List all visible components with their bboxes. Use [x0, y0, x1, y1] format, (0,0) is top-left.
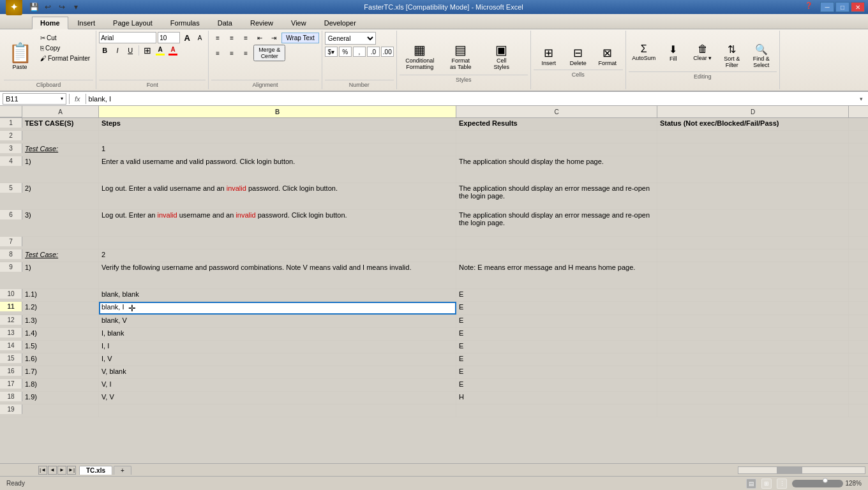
- cell-d10[interactable]: [657, 289, 849, 301]
- cell-c12[interactable]: E: [456, 315, 657, 327]
- row-num-18[interactable]: 18: [0, 392, 22, 401]
- align-top-center-btn[interactable]: ≡: [225, 32, 238, 43]
- merge-center-inner[interactable]: Merge & Center: [253, 45, 285, 61]
- cell-c6[interactable]: The application should display an error …: [456, 210, 657, 236]
- border-btn[interactable]: ⊞: [142, 45, 153, 56]
- font-shrink-btn[interactable]: A: [194, 32, 206, 43]
- cell-a11[interactable]: 1.2): [22, 302, 99, 315]
- align-top-right-btn[interactable]: ≡: [239, 32, 252, 43]
- number-format-select[interactable]: General Number Currency: [325, 32, 376, 45]
- cell-b13[interactable]: I, blank: [99, 328, 456, 340]
- row-num-11[interactable]: 11: [0, 302, 22, 311]
- cell-a1[interactable]: TEST CASE(S): [22, 118, 99, 130]
- clear-btn[interactable]: 🗑 Clear ▾: [689, 41, 717, 63]
- grid-body[interactable]: 1 TEST CASE(S) Steps Expected Results St…: [0, 118, 868, 463]
- increase-indent-btn[interactable]: ⇥: [267, 32, 280, 43]
- cell-b18[interactable]: V, V: [99, 392, 456, 404]
- sort-filter-btn[interactable]: ⇅ Sort &Filter: [718, 41, 746, 70]
- cell-c7[interactable]: [456, 237, 657, 249]
- cell-a3[interactable]: Test Case:: [22, 144, 99, 156]
- cell-a15[interactable]: 1.6): [22, 353, 99, 366]
- cell-b10[interactable]: blank, blank: [99, 289, 456, 301]
- fill-btn[interactable]: ⬇ Fill: [659, 41, 687, 64]
- align-bottom-center-btn[interactable]: ≡: [225, 47, 238, 59]
- row-num-15[interactable]: 15: [0, 353, 22, 363]
- tab-formulas[interactable]: Formulas: [162, 17, 208, 29]
- formula-input[interactable]: [89, 93, 855, 105]
- tab-data[interactable]: Data: [209, 17, 241, 29]
- cell-a6[interactable]: 3): [22, 210, 99, 236]
- cell-b9[interactable]: Verify the following username and passwo…: [99, 262, 456, 288]
- office-button[interactable]: ✦: [6, 0, 22, 15]
- row-num-6[interactable]: 6: [0, 210, 22, 219]
- copy-button[interactable]: ⎘ Copy: [37, 43, 93, 53]
- cell-d15[interactable]: [657, 353, 849, 366]
- cell-a18[interactable]: 1.9): [22, 392, 99, 404]
- cell-b1[interactable]: Steps: [99, 118, 456, 130]
- decrease-indent-btn[interactable]: ⇤: [253, 32, 266, 43]
- align-bottom-left-btn[interactable]: ≡: [211, 47, 224, 59]
- cell-c8[interactable]: [456, 249, 657, 262]
- cell-c1[interactable]: Expected Results: [456, 118, 657, 130]
- row-num-19[interactable]: 19: [0, 405, 22, 414]
- sheet-nav-prev[interactable]: ◄: [48, 466, 57, 475]
- row-num-12[interactable]: 12: [0, 315, 22, 325]
- wrap-text-btn[interactable]: Wrap Text: [281, 33, 319, 43]
- increase-decimal-btn[interactable]: .00: [381, 47, 394, 57]
- row-num-7[interactable]: 7: [0, 237, 22, 246]
- currency-btn[interactable]: $▾: [325, 47, 338, 57]
- autosum-btn[interactable]: Σ AutoSum: [630, 41, 658, 63]
- row-num-5[interactable]: 5: [0, 183, 22, 193]
- delete-btn[interactable]: ⊟ Delete: [564, 44, 592, 68]
- underline-btn[interactable]: U: [124, 45, 136, 56]
- row-num-2[interactable]: 2: [0, 131, 22, 140]
- merge-center-btn[interactable]: Merge & Center: [253, 45, 285, 61]
- format-btn[interactable]: ⊠ Format: [594, 44, 622, 68]
- cell-c14[interactable]: E: [456, 341, 657, 353]
- cell-a5[interactable]: 2): [22, 183, 99, 209]
- save-quick-btn[interactable]: 💾: [27, 1, 40, 13]
- cell-b16[interactable]: V, blank: [99, 366, 456, 378]
- sheet-tab-add[interactable]: +: [114, 466, 131, 475]
- cell-b7[interactable]: [99, 237, 456, 249]
- row-num-4[interactable]: 4: [0, 156, 22, 166]
- cell-c13[interactable]: E: [456, 328, 657, 340]
- cell-a2[interactable]: [22, 131, 99, 143]
- row-num-14[interactable]: 14: [0, 341, 22, 350]
- zoom-slider[interactable]: [792, 480, 843, 487]
- cell-a16[interactable]: 1.7): [22, 366, 99, 378]
- cell-d14[interactable]: [657, 341, 849, 353]
- cell-d9[interactable]: [657, 262, 849, 288]
- cell-b2[interactable]: [99, 131, 456, 143]
- formula-expand-btn[interactable]: ▾: [857, 96, 865, 102]
- sheet-tab-tc[interactable]: TC.xls: [79, 466, 112, 475]
- cell-c9[interactable]: Note: E means error message and H means …: [456, 262, 657, 288]
- cell-c18[interactable]: H: [456, 392, 657, 404]
- font-name-input[interactable]: [99, 32, 156, 43]
- cell-b19[interactable]: [99, 405, 456, 417]
- col-header-a[interactable]: A: [22, 106, 99, 117]
- conditional-formatting-btn[interactable]: ▦ ConditionalFormatting: [401, 39, 439, 73]
- tab-page-layout[interactable]: Page Layout: [105, 17, 161, 29]
- row-num-9[interactable]: 9: [0, 262, 22, 272]
- cell-b11[interactable]: blank, I ✛: [99, 302, 456, 315]
- undo-quick-btn[interactable]: ↩: [41, 1, 54, 13]
- cell-a4[interactable]: 1): [22, 156, 99, 182]
- cell-d5[interactable]: [657, 183, 849, 209]
- page-layout-btn[interactable]: ⊞: [761, 479, 772, 489]
- align-bottom-right-btn[interactable]: ≡: [239, 47, 252, 59]
- cell-c3[interactable]: [456, 144, 657, 156]
- cell-reference-box[interactable]: B11 ▾: [3, 93, 66, 105]
- cell-ref-dropdown[interactable]: ▾: [61, 96, 63, 101]
- cell-a9[interactable]: 1): [22, 262, 99, 288]
- row-num-17[interactable]: 17: [0, 379, 22, 389]
- cell-d3[interactable]: [657, 144, 849, 156]
- cell-b3[interactable]: 1: [99, 144, 456, 156]
- tab-insert[interactable]: Insert: [70, 17, 104, 29]
- cell-b14[interactable]: I, I: [99, 341, 456, 353]
- cut-button[interactable]: ✂ Cut: [37, 33, 93, 43]
- cell-d7[interactable]: [657, 237, 849, 249]
- comma-btn[interactable]: ,: [353, 47, 366, 57]
- cell-c19[interactable]: [456, 405, 657, 417]
- col-header-c[interactable]: C: [456, 106, 657, 117]
